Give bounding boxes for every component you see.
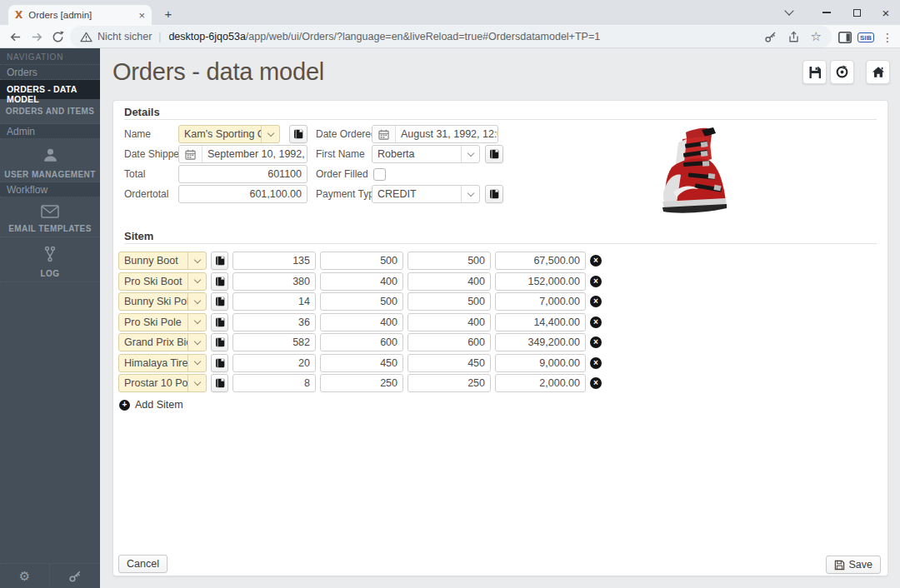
quantity-input[interactable]: 582 bbox=[232, 333, 316, 351]
sidebar-item-log[interactable]: LOG bbox=[0, 237, 100, 282]
product-lookup-button[interactable] bbox=[211, 374, 228, 392]
product-lookup-button[interactable] bbox=[211, 313, 228, 331]
extension-badge[interactable]: SIB bbox=[856, 30, 876, 45]
unit-price-input[interactable]: 500 bbox=[408, 292, 491, 311]
amount-input[interactable]: 67,500.00 bbox=[495, 252, 586, 270]
sidebar-item-label: EMAIL TEMPLATES bbox=[0, 224, 100, 233]
security-label[interactable]: Nicht sicher bbox=[98, 31, 152, 42]
quantity-input[interactable]: 20 bbox=[232, 354, 316, 372]
price-input[interactable]: 400 bbox=[320, 272, 403, 291]
amount-input[interactable]: 349,200.00 bbox=[495, 333, 586, 351]
amount-input[interactable]: 14,400.00 bbox=[495, 313, 586, 331]
refresh-button[interactable] bbox=[50, 29, 65, 44]
history-button[interactable] bbox=[830, 60, 854, 84]
sitem-row: Himalaya Tires 20 450 450 9,000.00 × bbox=[118, 354, 602, 372]
window-close-button[interactable]: × bbox=[872, 0, 900, 25]
home-icon bbox=[872, 66, 885, 78]
product-select[interactable]: Grand Prix Bicycle bbox=[118, 333, 207, 351]
product-select[interactable]: Pro Ski Boot bbox=[118, 272, 207, 291]
product-select[interactable]: Bunny Ski Pole bbox=[118, 292, 207, 311]
first-name-lookup-button[interactable] bbox=[485, 145, 503, 163]
remove-row-button[interactable]: × bbox=[590, 276, 602, 287]
address-bar[interactable]: Nicht sicher | desktop-6jqo53a /app/web/… bbox=[70, 26, 832, 47]
settings-button[interactable]: ⚙ bbox=[0, 564, 50, 588]
payment-type-lookup-button[interactable] bbox=[485, 185, 503, 203]
ordertotal-input[interactable]: 601,100.00 bbox=[178, 185, 308, 203]
share-icon[interactable] bbox=[788, 31, 800, 43]
unit-price-input[interactable]: 400 bbox=[408, 313, 491, 331]
total-input[interactable]: 601100 bbox=[178, 165, 308, 183]
cancel-button[interactable]: Cancel bbox=[118, 555, 168, 573]
quantity-input[interactable]: 36 bbox=[232, 313, 316, 331]
price-input[interactable]: 500 bbox=[320, 292, 403, 311]
tab-title: Orders [admin] bbox=[28, 10, 132, 20]
url-host: desktop-6jqo53a bbox=[168, 31, 245, 42]
tab-search-button[interactable] bbox=[775, 0, 803, 25]
date-shipped-field[interactable]: September 10, 1992, 12:00 AM bbox=[178, 145, 308, 163]
sidebar-item-email-templates[interactable]: EMAIL TEMPLATES bbox=[0, 197, 100, 237]
name-lookup-button[interactable] bbox=[289, 125, 308, 143]
home-button[interactable] bbox=[866, 60, 890, 84]
amount-input[interactable]: 152,000.00 bbox=[495, 272, 586, 291]
save-button-top[interactable] bbox=[802, 60, 827, 84]
product-select[interactable]: Himalaya Tires bbox=[118, 354, 207, 372]
amount-input[interactable]: 9,000.00 bbox=[495, 354, 586, 372]
unit-price-input[interactable]: 500 bbox=[408, 252, 491, 270]
unit-price-input[interactable]: 400 bbox=[408, 272, 491, 291]
sidebar-section-admin: Admin bbox=[0, 124, 100, 139]
browser-menu-button[interactable]: ⋮ bbox=[880, 30, 895, 45]
name-select[interactable]: Kam's Sporting Goods bbox=[178, 125, 280, 143]
product-select[interactable]: Pro Ski Pole bbox=[118, 313, 207, 331]
product-select[interactable]: Bunny Boot bbox=[118, 252, 207, 270]
tab-close-icon[interactable]: × bbox=[138, 10, 145, 21]
price-input[interactable]: 250 bbox=[320, 374, 403, 392]
quantity-input[interactable]: 8 bbox=[232, 374, 316, 392]
divider bbox=[124, 119, 877, 120]
key-icon[interactable] bbox=[764, 31, 777, 43]
remove-row-button[interactable]: × bbox=[590, 316, 602, 328]
remove-row-button[interactable]: × bbox=[590, 336, 602, 348]
product-lookup-button[interactable] bbox=[211, 333, 228, 351]
remove-row-button[interactable]: × bbox=[590, 357, 602, 369]
price-input[interactable]: 600 bbox=[320, 333, 403, 351]
price-input[interactable]: 500 bbox=[320, 252, 403, 270]
maximize-button[interactable] bbox=[842, 0, 871, 25]
unit-price-input[interactable]: 450 bbox=[408, 354, 491, 372]
unit-price-input[interactable]: 600 bbox=[408, 333, 491, 351]
sitem-row: Bunny Ski Pole 14 500 500 7,000.00 × bbox=[118, 292, 602, 311]
new-tab-button[interactable]: + bbox=[160, 6, 177, 22]
amount-input[interactable]: 7,000.00 bbox=[495, 292, 586, 311]
access-key-button[interactable] bbox=[50, 564, 100, 588]
sidebar-item-orders-data-model[interactable]: ORDERS - DATA MODEL bbox=[0, 80, 100, 99]
product-lookup-button[interactable] bbox=[211, 272, 228, 291]
save-button[interactable]: Save bbox=[826, 556, 882, 574]
price-input[interactable]: 400 bbox=[320, 313, 403, 331]
minimize-button[interactable] bbox=[812, 0, 841, 25]
sidebar-item-user-management[interactable]: USER MANAGEMENT bbox=[0, 139, 100, 182]
date-ordered-field[interactable]: August 31, 1992, 12:00 AM bbox=[372, 125, 498, 143]
quantity-input[interactable]: 380 bbox=[232, 272, 316, 291]
product-lookup-button[interactable] bbox=[211, 354, 228, 372]
amount-input[interactable]: 2,000.00 bbox=[495, 374, 586, 392]
back-button[interactable] bbox=[8, 29, 22, 44]
product-select[interactable]: Prostar 10 Pound Test bbox=[118, 374, 207, 392]
payment-type-select[interactable]: CREDIT bbox=[372, 185, 480, 203]
remove-icon: × bbox=[593, 318, 598, 326]
order-filled-checkbox[interactable] bbox=[373, 168, 386, 181]
remove-row-button[interactable]: × bbox=[590, 377, 602, 389]
add-sitem-button[interactable]: + Add Sitem bbox=[119, 399, 183, 411]
remove-row-button[interactable]: × bbox=[590, 255, 602, 267]
first-name-select[interactable]: Roberta bbox=[372, 145, 480, 163]
product-lookup-button[interactable] bbox=[211, 292, 228, 311]
unit-price-input[interactable]: 250 bbox=[408, 374, 491, 392]
quantity-input[interactable]: 14 bbox=[232, 292, 316, 311]
product-lookup-button[interactable] bbox=[211, 252, 228, 270]
bookmark-star-icon[interactable]: ☆ bbox=[811, 29, 822, 44]
quantity-input[interactable]: 135 bbox=[232, 252, 316, 270]
remove-row-button[interactable]: × bbox=[590, 296, 602, 307]
side-panel-button[interactable] bbox=[838, 30, 852, 45]
sidebar-section-workflow: Workflow bbox=[0, 182, 100, 197]
browser-tab[interactable]: X Orders [admin] × bbox=[8, 5, 152, 25]
price-input[interactable]: 450 bbox=[320, 354, 403, 372]
forward-button[interactable] bbox=[29, 29, 44, 44]
